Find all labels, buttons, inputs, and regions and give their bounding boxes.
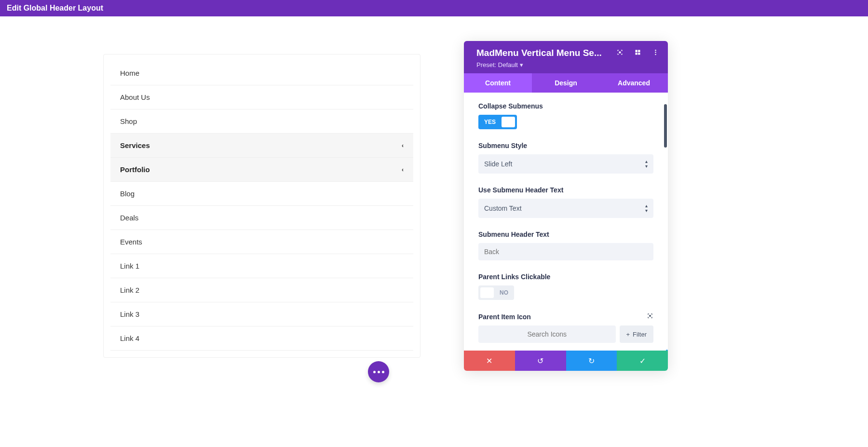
plus-icon: + bbox=[626, 331, 630, 338]
panel-title: MadMenu Vertical Menu Se... bbox=[476, 48, 602, 58]
top-bar: Edit Global Header Layout bbox=[0, 0, 868, 16]
target-icon[interactable] bbox=[616, 49, 624, 57]
menu-item[interactable]: Deals bbox=[110, 206, 413, 230]
select-caret-icon: ▴▾ bbox=[645, 203, 648, 213]
submenu-style-label: Submenu Style bbox=[478, 142, 653, 149]
menu-item[interactable]: Shop bbox=[110, 109, 413, 134]
menu-item-label: Services bbox=[120, 141, 150, 149]
parent-links-clickable-label: Parent Links Clickable bbox=[478, 273, 653, 281]
submenu-header-text-label: Submenu Header Text bbox=[478, 230, 653, 238]
select-caret-icon: ▴▾ bbox=[645, 159, 648, 169]
menu-item-label: Link 2 bbox=[120, 286, 139, 294]
menu-item-label: Events bbox=[120, 238, 142, 246]
menu-preview: HomeAbout UsShopServices‹Portfolio‹BlogD… bbox=[103, 54, 420, 358]
svg-point-1 bbox=[655, 52, 656, 53]
panel-body: Collapse Submenus YES Submenu Style Slid… bbox=[464, 93, 668, 351]
parent-links-clickable-toggle[interactable]: NO bbox=[478, 285, 514, 300]
redo-button[interactable]: ↻ bbox=[566, 351, 617, 371]
menu-item-label: Link 3 bbox=[120, 310, 139, 318]
cancel-button[interactable]: ✕ bbox=[464, 351, 515, 371]
menu-item[interactable]: Link 3 bbox=[110, 302, 413, 326]
caret-down-icon: ▾ bbox=[520, 61, 523, 68]
parent-item-icon-label: Parent Item Icon bbox=[478, 312, 653, 321]
icon-search-input[interactable] bbox=[478, 325, 616, 343]
menu-item[interactable]: About Us bbox=[110, 85, 413, 109]
menu-item-label: Portfolio bbox=[120, 165, 150, 174]
icon-filter-button[interactable]: + Filter bbox=[620, 325, 653, 343]
submenu-header-text-input[interactable] bbox=[478, 243, 653, 260]
menu-item-label: Link 1 bbox=[120, 262, 139, 270]
menu-item-label: Home bbox=[120, 69, 139, 77]
menu-item-label: Blog bbox=[120, 190, 135, 198]
settings-panel: MadMenu Vertical Menu Se... Preset: Defa… bbox=[464, 41, 668, 371]
collapse-submenus-toggle[interactable]: YES bbox=[478, 115, 517, 129]
menu-item[interactable]: Link 4 bbox=[110, 326, 413, 351]
undo-button[interactable]: ↺ bbox=[515, 351, 566, 371]
tab-design[interactable]: Design bbox=[532, 73, 600, 93]
panel-preset[interactable]: Preset: Default ▾ bbox=[476, 61, 659, 68]
chevron-left-icon: ‹ bbox=[402, 142, 404, 149]
scrollbar[interactable] bbox=[664, 104, 667, 148]
menu-item-label: Deals bbox=[120, 214, 138, 222]
save-button[interactable]: ✓ bbox=[617, 351, 668, 371]
menu-item-label: Link 4 bbox=[120, 334, 139, 342]
kebab-icon[interactable] bbox=[652, 49, 659, 57]
collapse-submenus-label: Collapse Submenus bbox=[478, 102, 653, 110]
svg-point-0 bbox=[655, 50, 656, 51]
menu-item-label: About Us bbox=[120, 93, 150, 101]
panel-tabs: Content Design Advanced bbox=[464, 73, 668, 93]
top-bar-title: Edit Global Header Layout bbox=[7, 4, 103, 12]
target-icon[interactable] bbox=[647, 312, 653, 321]
submenu-style-select[interactable]: Slide Left ▴▾ bbox=[478, 154, 653, 174]
panel-footer: ✕ ↺ ↻ ✓ bbox=[464, 351, 668, 371]
menu-item-label: Shop bbox=[120, 117, 137, 125]
menu-item[interactable]: Events bbox=[110, 230, 413, 254]
undo-icon: ↺ bbox=[537, 356, 543, 366]
use-header-text-label: Use Submenu Header Text bbox=[478, 186, 653, 194]
use-header-text-select[interactable]: Custom Text ▴▾ bbox=[478, 199, 653, 218]
menu-item[interactable]: Link 1 bbox=[110, 254, 413, 278]
icon-palette[interactable]: ↑ ↓ ← → ↖ ↗ ↘ ↙ ↕ bbox=[478, 350, 653, 351]
check-icon: ✓ bbox=[639, 356, 646, 366]
menu-item[interactable]: Link 2 bbox=[110, 278, 413, 302]
menu-item[interactable]: Home bbox=[110, 61, 413, 85]
icon-scrollbar[interactable] bbox=[666, 350, 668, 351]
grid-icon[interactable] bbox=[634, 49, 641, 57]
redo-icon: ↻ bbox=[588, 356, 595, 366]
close-icon: ✕ bbox=[486, 356, 492, 366]
panel-header: MadMenu Vertical Menu Se... Preset: Defa… bbox=[464, 41, 668, 73]
svg-point-2 bbox=[655, 54, 656, 55]
menu-item[interactable]: Blog bbox=[110, 182, 413, 206]
tab-advanced[interactable]: Advanced bbox=[600, 73, 668, 93]
tab-content[interactable]: Content bbox=[464, 73, 532, 93]
menu-item[interactable]: Portfolio‹ bbox=[110, 158, 413, 182]
menu-item[interactable]: Services‹ bbox=[110, 134, 413, 158]
chevron-left-icon: ‹ bbox=[402, 166, 404, 173]
fab-more-button[interactable] bbox=[368, 361, 389, 382]
